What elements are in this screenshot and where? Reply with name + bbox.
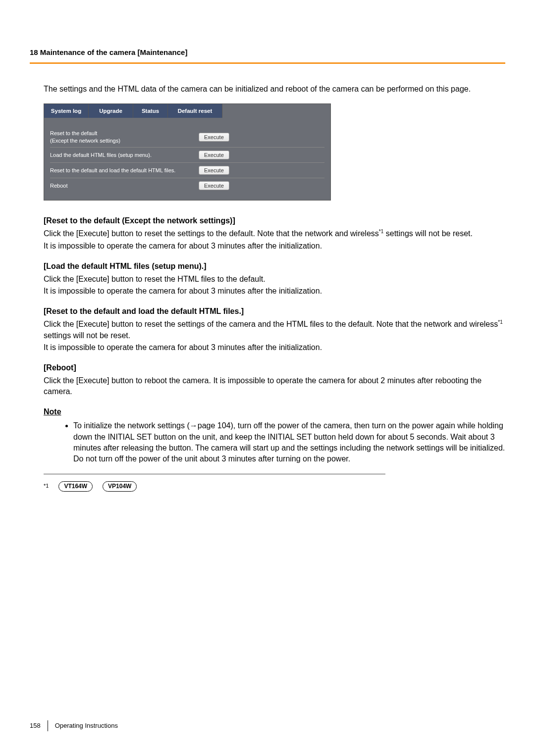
section-heading-reboot: [Reboot] (44, 362, 505, 373)
setting-label: Reset to the default (Except the network… (50, 130, 199, 144)
section-paragraph: Click the [Execute] button to reset the … (44, 274, 505, 285)
note-list: To initialize the network settings (→pag… (44, 420, 505, 465)
footnote-divider (44, 474, 385, 474)
setting-row-reset-and-load: Reset to the default and load the defaul… (50, 163, 324, 178)
footer-label: Operating Instructions (55, 721, 118, 730)
note-heading: Note (44, 406, 505, 417)
setting-row-reset-default: Reset to the default (Except the network… (50, 127, 324, 148)
text-part: Click the [Execute] button to reset the … (44, 320, 498, 328)
execute-button[interactable]: Execute (199, 133, 229, 142)
footer-divider (48, 720, 48, 731)
section-paragraph: It is impossible to operate the camera f… (44, 286, 505, 297)
tab-default-reset[interactable]: Default reset (168, 104, 222, 118)
setting-label: Reboot (50, 182, 199, 189)
page-number: 158 (30, 721, 41, 730)
note-item: To initialize the network settings (→pag… (73, 420, 505, 465)
setting-label: Reset to the default and load the defaul… (50, 167, 199, 174)
settings-body: Reset to the default (Except the network… (44, 118, 330, 200)
footnote-row: *1 VT164W VP104W (44, 481, 505, 492)
setting-label: Load the default HTML files (setup menu)… (50, 151, 199, 158)
setting-row-reboot: Reboot Execute (50, 178, 324, 193)
section-paragraph: Click the [Execute] button to reset the … (44, 319, 505, 341)
footnote-index: *1 (44, 482, 49, 490)
tabs-row: System log Upgrade Status Default reset (44, 104, 330, 118)
text-part: settings will not be reset. (44, 331, 130, 340)
section-heading-reset-default: [Reset to the default (Except the networ… (44, 215, 505, 226)
execute-button[interactable]: Execute (199, 151, 229, 159)
tab-status[interactable]: Status (133, 104, 168, 118)
text-part: Click the [Execute] button to reset the … (44, 230, 379, 238)
chapter-title: 18 Maintenance of the camera [Maintenanc… (30, 47, 505, 57)
model-badge-vp104w: VP104W (103, 481, 137, 492)
execute-button[interactable]: Execute (199, 181, 229, 190)
page-footer: 158 Operating Instructions (30, 720, 118, 731)
settings-screenshot: System log Upgrade Status Default reset … (44, 103, 331, 201)
footnote-marker: *1 (379, 229, 383, 234)
tab-system-log[interactable]: System log (44, 104, 89, 118)
section-heading-reset-and-load: [Reset to the default and load the defau… (44, 306, 505, 317)
intro-paragraph: The settings and the HTML data of the ca… (44, 84, 505, 95)
model-badge-vt164w: VT164W (58, 481, 93, 492)
section-paragraph: Click the [Execute] button to reboot the… (44, 375, 505, 398)
section-paragraph: It is impossible to operate the camera f… (44, 342, 505, 353)
header-divider (30, 62, 505, 64)
section-paragraph: It is impossible to operate the camera f… (44, 241, 505, 252)
footnote-marker: *1 (498, 319, 502, 325)
section-heading-load-html: [Load the default HTML files (setup menu… (44, 261, 505, 272)
section-paragraph: Click the [Execute] button to reset the … (44, 228, 505, 240)
tabs-filler (222, 104, 330, 118)
setting-row-load-html: Load the default HTML files (setup menu)… (50, 148, 324, 163)
text-part: settings will not be reset. (383, 230, 473, 238)
tab-upgrade[interactable]: Upgrade (89, 104, 133, 118)
execute-button[interactable]: Execute (199, 166, 229, 175)
